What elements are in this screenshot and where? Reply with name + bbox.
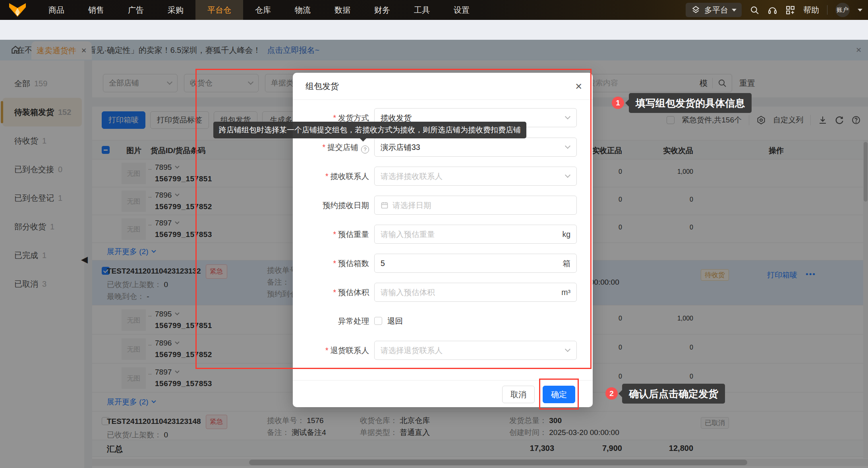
annotation-step-1-badge: 1 xyxy=(612,97,624,109)
headset-icon[interactable] xyxy=(767,5,777,15)
modal-close-icon[interactable]: ✕ xyxy=(575,82,582,92)
account-chevron-down-icon[interactable] xyxy=(858,9,862,12)
nav-item-data[interactable]: 数据 xyxy=(323,0,362,20)
chevron-down-icon xyxy=(565,172,570,178)
platform-switcher-label: 多平台 xyxy=(704,5,728,16)
field-label-submit-shop: *提交店铺? xyxy=(293,138,369,157)
field-label-volume: *预估体积 xyxy=(293,283,369,302)
field-label-exception: 异常处理 xyxy=(293,311,369,330)
appoint-date-placeholder: 请选择日期 xyxy=(392,200,431,211)
platform-layers-icon xyxy=(691,5,701,15)
nav-item-warehouse[interactable]: 仓库 xyxy=(243,0,283,20)
boxes-input[interactable]: 5 箱 xyxy=(374,254,577,273)
calendar-icon xyxy=(381,201,389,209)
field-label-appoint-date: 预约揽收日期 xyxy=(293,196,369,215)
brand-fox-logo-icon[interactable] xyxy=(7,3,28,17)
confirm-button[interactable]: 确定 xyxy=(543,386,575,403)
question-circle-icon[interactable]: ? xyxy=(361,146,369,153)
nav-item-sales[interactable]: 销售 xyxy=(76,0,116,20)
submit-shop-select[interactable]: 演示店铺33 xyxy=(374,138,577,157)
chevron-down-icon xyxy=(732,9,737,12)
appoint-date-input[interactable]: 请选择日期 xyxy=(374,196,577,215)
nav-item-logistics[interactable]: 物流 xyxy=(283,0,323,20)
chevron-down-icon xyxy=(565,114,570,119)
nav-item-finance[interactable]: 财务 xyxy=(362,0,402,20)
tab-bar: 速卖通货件 ✕ xyxy=(0,20,868,40)
submit-shop-value: 演示店铺33 xyxy=(381,142,420,153)
chevron-down-icon xyxy=(565,143,570,149)
modal-footer: 取消 确定 xyxy=(293,380,593,407)
nav-item-ads[interactable]: 广告 xyxy=(116,0,156,20)
field-label-weight: *预估重量 xyxy=(293,225,369,244)
page: 商品 销售 广告 采购 平台仓 仓库 物流 数据 财务 工具 设置 多平台 xyxy=(0,0,868,468)
submit-shop-tooltip: 跨店铺组包时选择某一个店铺提交组包，若揽收方式为揽收，则所选店铺为揽收费扣费店铺 xyxy=(213,122,526,138)
return-contact-select[interactable]: 请选择退货联系人 xyxy=(374,341,577,360)
cancel-button[interactable]: 取消 xyxy=(502,386,535,403)
field-label-boxes: *预估箱数 xyxy=(293,254,369,273)
nav-right-tools: 多平台 帮助 账户 xyxy=(686,0,862,20)
annotation-step-1-tooltip: 填写组包发货的具体信息 xyxy=(629,93,752,113)
volume-input[interactable]: 请输入预估体积 m³ xyxy=(374,283,577,302)
weight-placeholder: 请输入预估重量 xyxy=(381,229,435,240)
tooltip-arrow xyxy=(625,99,629,107)
nav-item-tools[interactable]: 工具 xyxy=(402,0,442,20)
pickup-contact-select[interactable]: 请选择揽收联系人 xyxy=(374,167,577,186)
return-checkbox[interactable] xyxy=(374,317,382,325)
return-checkbox-label[interactable]: 退回 xyxy=(387,311,403,330)
boxes-value: 5 xyxy=(381,259,385,268)
tooltip-arrow xyxy=(360,138,367,142)
boxes-unit: 箱 xyxy=(563,258,571,269)
account-avatar[interactable]: 账户 xyxy=(835,3,850,17)
annotation-step-2-badge: 2 xyxy=(605,387,618,400)
return-contact-placeholder: 请选择退货联系人 xyxy=(381,345,443,356)
help-link[interactable]: 帮助 xyxy=(803,5,819,16)
main-menu: 商品 销售 广告 采购 平台仓 仓库 物流 数据 财务 工具 设置 xyxy=(37,0,481,20)
weight-unit: kg xyxy=(562,230,570,239)
chevron-down-icon xyxy=(565,346,570,352)
field-label-pickup-contact: *揽收联系人 xyxy=(293,167,369,186)
nav-item-purchase[interactable]: 采购 xyxy=(156,0,195,20)
search-icon[interactable] xyxy=(750,5,760,15)
nav-item-products[interactable]: 商品 xyxy=(37,0,76,20)
nav-item-settings[interactable]: 设置 xyxy=(442,0,481,20)
volume-unit: m³ xyxy=(561,288,570,297)
top-navbar: 商品 销售 广告 采购 平台仓 仓库 物流 数据 财务 工具 设置 多平台 xyxy=(0,0,868,20)
tooltip-arrow xyxy=(619,390,622,397)
divider xyxy=(827,5,827,15)
annotation-step-2-tooltip: 确认后点击确定发货 xyxy=(622,384,725,404)
apps-grid-icon[interactable] xyxy=(785,5,795,15)
modal-title: 组包发货 xyxy=(293,73,593,100)
platform-switcher[interactable]: 多平台 xyxy=(686,3,742,17)
nav-item-platform-warehouse[interactable]: 平台仓 xyxy=(195,0,243,20)
pickup-contact-placeholder: 请选择揽收联系人 xyxy=(381,171,443,182)
weight-input[interactable]: 请输入预估重量 kg xyxy=(374,225,577,244)
volume-placeholder: 请输入预估体积 xyxy=(381,287,435,298)
field-label-return-contact: *退货联系人 xyxy=(293,341,369,360)
